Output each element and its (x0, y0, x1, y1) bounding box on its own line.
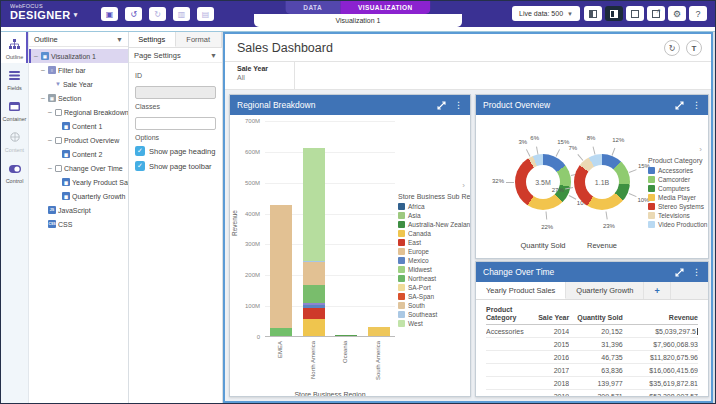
tree-item-yearly-product-sales[interactable]: ▆Yearly Product Sales (29, 175, 128, 189)
change-over-time-panel[interactable]: Change Over Time ⋮ Yearly Product SalesQ… (475, 261, 709, 397)
help-icon[interactable]: ? (689, 6, 707, 21)
product-overview-panel[interactable]: Product Overview ⋮ 3.5M15%13%10%22%32%3%… (475, 94, 709, 259)
save-icon[interactable]: ▣ (101, 7, 118, 21)
legend-item[interactable]: Southeast (398, 310, 470, 319)
regional-breakdown-header[interactable]: Regional Breakdown ⋮ (230, 95, 470, 115)
revenue-donut[interactable]: 1.1B12%15%10%23%27%7%8% (543, 123, 661, 241)
legend-item[interactable]: Canada (398, 229, 470, 238)
settings-gear-icon[interactable]: ⚙ (668, 6, 686, 21)
legend-item[interactable]: Televisions (648, 211, 707, 220)
expand-icon[interactable] (437, 101, 446, 110)
tab-data[interactable]: DATA (285, 1, 340, 14)
delete-icon[interactable]: ▥ (173, 7, 190, 21)
legend-item[interactable]: Computers (648, 184, 707, 193)
checkbox-icon[interactable] (55, 109, 62, 116)
bar-segment-east[interactable] (303, 308, 325, 319)
page-settings-section[interactable]: Page Settings ▼ (129, 48, 222, 63)
table-row[interactable]: 201763,836$16,060,415.69 (486, 364, 698, 377)
legend-item[interactable]: Video Production (648, 220, 707, 229)
legend-item[interactable]: Asia (398, 211, 470, 220)
legend-item[interactable]: Media Player (648, 193, 707, 202)
expand-icon[interactable] (675, 268, 684, 277)
panel-left-icon[interactable] (584, 6, 602, 21)
brand-caret-icon[interactable]: ▾ (74, 11, 78, 18)
sidebar-item-fields[interactable]: Fields (1, 63, 28, 94)
table-row[interactable]: 2019209,571$53,208,007.57 (486, 390, 698, 396)
legend-item[interactable]: Australia-New Zealand (398, 220, 470, 229)
product-overview-header[interactable]: Product Overview ⋮ (476, 95, 708, 115)
tab-format[interactable]: Format (176, 32, 223, 47)
legend-item[interactable]: Accessories (648, 166, 707, 175)
chevron-right-icon[interactable]: › (462, 181, 465, 190)
checkbox-icon[interactable] (55, 165, 62, 172)
checkbox-icon[interactable]: ✓ (135, 146, 145, 156)
tree-item-visualization-1[interactable]: −▦Visualization 1 (29, 49, 128, 63)
legend-item[interactable]: SA-Span (398, 292, 470, 301)
collapse-icon[interactable]: − (33, 52, 39, 61)
bar-segment-europe[interactable] (270, 205, 292, 328)
undo-icon[interactable]: ↺ (125, 7, 142, 21)
add-tab-button[interactable]: + (644, 282, 670, 299)
table-row[interactable]: 201531,396$7,960,068.93 (486, 338, 698, 351)
bar-south-america[interactable] (368, 327, 390, 336)
table-row[interactable]: 201646,735$11,820,675.96 (486, 351, 698, 364)
tab-visualization[interactable]: VISUALIZATION (340, 1, 431, 14)
legend-item[interactable]: East (398, 238, 470, 247)
column-header[interactable]: Revenue (623, 314, 698, 322)
checkbox-icon[interactable] (55, 137, 62, 144)
open-new-window-icon[interactable]: ↗ (647, 6, 665, 21)
sidebar-item-control[interactable]: Control (1, 156, 28, 187)
frame-icon[interactable] (626, 6, 644, 21)
chevron-right-icon[interactable]: › (699, 145, 702, 154)
bar-segment-canada[interactable] (303, 319, 325, 336)
bar-emea[interactable] (270, 205, 292, 336)
sidebar-item-outline[interactable]: Outline (1, 32, 28, 63)
collapse-icon[interactable]: − (40, 94, 46, 103)
tree-item-filter-bar[interactable]: −≡Filter bar (29, 63, 128, 77)
change-over-time-header[interactable]: Change Over Time ⋮ (476, 262, 708, 282)
bar-north-america[interactable] (303, 148, 325, 336)
refresh-icon[interactable]: ↻ (664, 40, 680, 56)
tree-item-change-over-time[interactable]: −Change Over Time (29, 161, 128, 175)
bar-segment-northeast[interactable] (303, 285, 325, 303)
legend-item[interactable]: Northeast (398, 274, 470, 283)
bar-segment-south[interactable] (303, 262, 325, 285)
collapse-icon[interactable]: − (47, 136, 53, 145)
tree-item-product-overview[interactable]: −Product Overview (29, 133, 128, 147)
expand-icon[interactable] (675, 101, 684, 110)
legend-item[interactable]: Stereo Systems (648, 202, 707, 211)
column-header[interactable]: Quantity Sold (569, 314, 623, 322)
legend-item[interactable]: SA-Port (398, 283, 470, 292)
tab-settings[interactable]: Settings (129, 32, 176, 47)
legend-item[interactable]: South (398, 301, 470, 310)
panel-right-icon[interactable] (605, 6, 623, 21)
bar-segment-africa[interactable] (270, 328, 292, 336)
tree-item-javascript[interactable]: JSJavaScript (29, 203, 128, 217)
regional-breakdown-panel[interactable]: Regional Breakdown ⋮ Revenue700M600M500M… (229, 94, 471, 397)
table-row[interactable]: 2018139,977$35,619,872.81 (486, 377, 698, 390)
tree-item-regional-breakdown[interactable]: −Regional Breakdown (29, 105, 128, 119)
bar-segment-australia-new-zealand[interactable] (335, 335, 357, 336)
legend-item[interactable]: Europe (398, 247, 470, 256)
chevron-down-icon[interactable]: ▼ (116, 36, 123, 43)
table-row[interactable]: Accessories201420,152$5,039,297.5 (486, 325, 698, 338)
filter-icon[interactable]: T (686, 40, 702, 56)
collapse-icon[interactable]: − (47, 108, 53, 117)
legend-item[interactable]: Camcorder (648, 175, 707, 184)
tab-quarterly-growth[interactable]: Quarterly Growth (566, 282, 644, 299)
collapse-icon[interactable]: − (40, 66, 46, 75)
bar-oceania[interactable] (335, 335, 357, 336)
classes-input[interactable] (135, 117, 216, 130)
page-container[interactable]: Sales Dashboard ↻ T Sale Year All Region… (223, 32, 713, 403)
legend-item[interactable]: West (398, 319, 470, 328)
kebab-menu-icon[interactable]: ⋮ (692, 268, 701, 277)
bar-segment-west[interactable] (303, 148, 325, 261)
tree-item-sale-year[interactable]: ▼Sale Year (29, 77, 128, 91)
legend-item[interactable]: Africa (398, 202, 470, 211)
sale-year-filter[interactable]: Sale Year All (225, 62, 295, 89)
tree-item-content-1[interactable]: ▆Content 1 (29, 119, 128, 133)
kebab-menu-icon[interactable]: ⋮ (692, 101, 701, 110)
app-logo[interactable]: WebFOCUS DESIGNER▾ (10, 4, 78, 21)
tree-item-quarterly-growth[interactable]: ▆Quarterly Growth (29, 189, 128, 203)
column-header[interactable]: Sale Year (538, 314, 570, 322)
